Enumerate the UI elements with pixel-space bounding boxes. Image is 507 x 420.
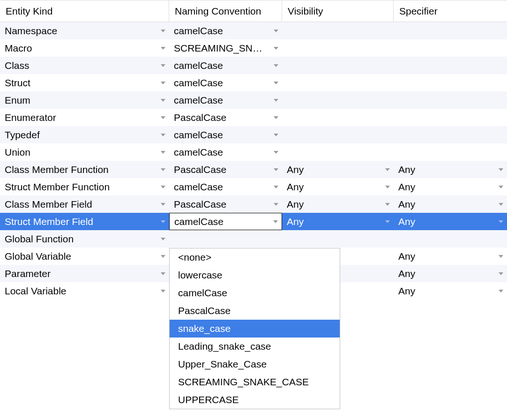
entity-kind-cell[interactable]: Enum	[0, 91, 169, 109]
table-row[interactable]: Struct Member FunctioncamelCaseAnyAny	[0, 178, 507, 195]
visibility-cell	[282, 74, 394, 91]
header-naming-convention[interactable]: Naming Convention	[169, 0, 282, 22]
entity-kind-cell[interactable]: Enumerator	[0, 109, 169, 126]
entity-kind-cell-label: Class Member Field	[5, 199, 158, 210]
specifier-cell-label: Any	[398, 268, 496, 279]
entity-kind-cell[interactable]: Parameter	[0, 265, 169, 282]
header-entity-kind[interactable]: Entity Kind	[0, 0, 169, 22]
chevron-down-icon	[498, 270, 504, 277]
specifier-cell[interactable]: Any	[394, 282, 507, 300]
entity-kind-cell-label: Class	[5, 60, 158, 71]
entity-kind-cell[interactable]: Struct Member Function	[0, 178, 169, 195]
naming-cell[interactable]: camelCase	[169, 126, 282, 143]
visibility-cell	[282, 126, 394, 143]
chevron-down-icon	[498, 218, 504, 225]
chevron-down-icon	[160, 97, 166, 104]
entity-kind-cell[interactable]: Macro	[0, 39, 169, 57]
dropdown-option[interactable]: lowercase	[170, 266, 340, 284]
chevron-down-icon	[160, 80, 166, 86]
table-row[interactable]: Class Member FunctionPascalCaseAnyAny	[0, 161, 507, 178]
visibility-cell[interactable]: Any	[282, 178, 394, 195]
chevron-down-icon	[498, 166, 504, 173]
specifier-cell[interactable]: Any	[394, 195, 507, 213]
dropdown-option[interactable]: <none>	[170, 248, 340, 266]
specifier-cell[interactable]	[394, 230, 507, 248]
naming-cell[interactable]: camelCase	[169, 91, 282, 109]
entity-kind-cell[interactable]: Struct	[0, 74, 169, 91]
specifier-cell	[394, 57, 507, 74]
visibility-cell	[282, 91, 394, 109]
naming-cell[interactable]: camelCase	[169, 143, 282, 161]
specifier-cell[interactable]: Any	[394, 213, 507, 230]
naming-convention-dropdown[interactable]: <none>lowercasecamelCasePascalCasesnake_…	[169, 248, 340, 300]
specifier-cell[interactable]: Any	[394, 161, 507, 178]
entity-kind-cell[interactable]: Global Variable	[0, 248, 169, 265]
chevron-down-icon	[384, 166, 391, 173]
visibility-cell-label: Any	[287, 216, 382, 227]
naming-cell[interactable]: camelCase	[169, 178, 282, 195]
table-row[interactable]: Struct Member FieldcamelCaseAnyAny	[0, 213, 507, 230]
naming-cell-label: PascalCase	[174, 112, 271, 123]
specifier-cell-label: Any	[398, 216, 496, 227]
entity-kind-cell[interactable]: Global Function	[0, 230, 169, 248]
visibility-cell	[282, 39, 394, 57]
entity-kind-cell[interactable]: Class	[0, 57, 169, 74]
entity-kind-cell[interactable]: Class Member Function	[0, 161, 169, 178]
entity-kind-cell[interactable]: Class Member Field	[0, 195, 169, 213]
table-row[interactable]: NamespacecamelCase	[0, 22, 507, 39]
visibility-cell[interactable]: Any	[282, 213, 394, 230]
naming-cell-label: PascalCase	[174, 164, 271, 175]
chevron-down-icon	[273, 97, 279, 104]
specifier-cell[interactable]: Any	[394, 178, 507, 195]
table-row[interactable]: Global Function	[0, 230, 507, 248]
visibility-cell[interactable]	[282, 230, 394, 248]
table-row[interactable]: ClasscamelCase	[0, 57, 507, 74]
entity-kind-cell-label: Global Variable	[5, 251, 158, 262]
entity-kind-cell[interactable]: Namespace	[0, 22, 169, 39]
naming-cell[interactable]: PascalCase	[169, 195, 282, 213]
table-row[interactable]: EnumcamelCase	[0, 91, 507, 109]
chevron-down-icon	[384, 184, 391, 190]
naming-cell-label: camelCase	[174, 77, 271, 89]
table-row[interactable]: Class Member FieldPascalCaseAnyAny	[0, 195, 507, 213]
naming-cell[interactable]: PascalCase	[169, 161, 282, 178]
entity-kind-cell[interactable]: Union	[0, 143, 169, 161]
naming-cell[interactable]	[169, 230, 282, 248]
visibility-cell[interactable]: Any	[282, 195, 394, 213]
specifier-cell[interactable]: Any	[394, 265, 507, 282]
entity-kind-cell-label: Struct Member Function	[5, 181, 158, 193]
naming-cell[interactable]: camelCase	[169, 57, 282, 74]
entity-kind-cell[interactable]: Struct Member Field	[0, 213, 169, 230]
specifier-cell[interactable]: Any	[394, 248, 507, 265]
dropdown-option[interactable]: camelCase	[170, 284, 340, 300]
header-visibility[interactable]: Visibility	[282, 0, 394, 22]
naming-cell[interactable]: camelCase	[169, 213, 282, 230]
table-row[interactable]: TypedefcamelCase	[0, 126, 507, 143]
naming-cell[interactable]: camelCase	[169, 22, 282, 39]
table-row[interactable]: UnioncamelCase	[0, 143, 507, 161]
visibility-cell	[282, 109, 394, 126]
specifier-cell	[394, 22, 507, 39]
naming-cell[interactable]: PascalCase	[169, 109, 282, 126]
chevron-down-icon	[498, 288, 504, 294]
visibility-cell[interactable]: Any	[282, 161, 394, 178]
chevron-down-icon	[160, 270, 166, 277]
naming-cell-label: camelCase	[174, 181, 271, 193]
chevron-down-icon	[160, 114, 166, 121]
specifier-cell-label: Any	[398, 181, 496, 193]
table-row[interactable]: MacroSCREAMING_SN…	[0, 39, 507, 57]
entity-kind-cell[interactable]: Local Variable	[0, 282, 169, 300]
visibility-cell	[282, 57, 394, 74]
visibility-cell-label: Any	[287, 181, 382, 193]
table-row[interactable]: EnumeratorPascalCase	[0, 109, 507, 126]
table-row[interactable]: StructcamelCase	[0, 74, 507, 91]
naming-cell-label: SCREAMING_SN…	[174, 43, 271, 54]
naming-cell[interactable]: SCREAMING_SN…	[169, 39, 282, 57]
specifier-cell	[394, 91, 507, 109]
specifier-cell-label: Any	[398, 164, 496, 175]
header-specifier[interactable]: Specifier	[394, 0, 507, 22]
chevron-down-icon	[160, 218, 166, 225]
naming-cell[interactable]: camelCase	[169, 74, 282, 91]
entity-kind-cell[interactable]: Typedef	[0, 126, 169, 143]
chevron-down-icon	[273, 114, 279, 121]
